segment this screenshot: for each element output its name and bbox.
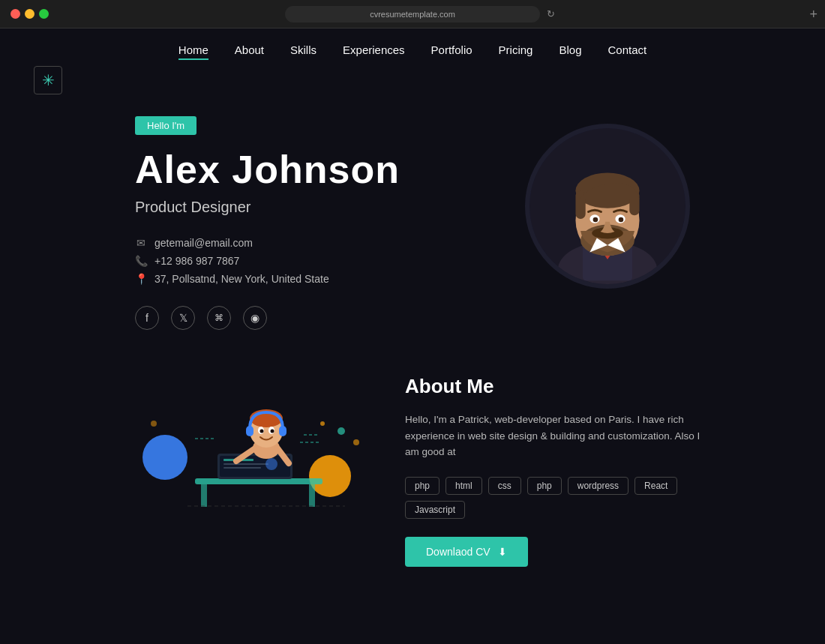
email-text: getemail@email.com xyxy=(154,237,253,249)
svg-point-39 xyxy=(338,427,345,435)
skill-php-1: php xyxy=(405,477,440,495)
skill-react: React xyxy=(634,477,677,495)
new-tab-button[interactable]: + xyxy=(809,7,818,21)
contact-address: 📍 37, Pollsatnd, New York, United State xyxy=(135,273,400,285)
svg-point-18 xyxy=(309,455,351,497)
github-icon: ⌘ xyxy=(214,313,224,323)
hero-title: Product Designer xyxy=(135,199,400,216)
about-section: About Me Hello, I'm a Patrick, web-devel… xyxy=(0,352,825,567)
skills-tags: php html css php wordpress React Javascr… xyxy=(405,477,705,519)
svg-rect-35 xyxy=(246,426,254,436)
svg-point-13 xyxy=(593,217,598,223)
hello-badge: Hello I'm xyxy=(135,116,196,135)
nav-portfolio[interactable]: Portfolio xyxy=(431,43,472,56)
hero-left: Hello I'm Alex Johnson Product Designer … xyxy=(135,116,400,330)
nav-blog[interactable]: Blog xyxy=(559,43,581,56)
skill-javascript: Javascript xyxy=(405,501,465,519)
svg-point-44 xyxy=(320,421,325,426)
contact-info: ✉ getemail@email.com 📞 +12 986 987 7867 … xyxy=(135,237,400,285)
svg-rect-25 xyxy=(224,463,268,465)
svg-point-34 xyxy=(271,430,274,433)
maximize-button[interactable] xyxy=(39,9,49,19)
phone-icon: 📞 xyxy=(135,255,147,267)
traffic-lights xyxy=(10,9,49,19)
svg-rect-36 xyxy=(279,426,286,436)
logo-icon: ✳ xyxy=(42,71,55,89)
nav-home[interactable]: Home xyxy=(178,43,208,56)
svg-point-40 xyxy=(353,439,359,445)
nav-pricing[interactable]: Pricing xyxy=(499,43,533,56)
twitter-icon: 𝕏 xyxy=(179,312,188,324)
about-illustration xyxy=(120,367,360,520)
skill-wordpress: wordpress xyxy=(568,477,628,495)
url-text: cvresumetemplate.com xyxy=(370,10,455,19)
about-right: About Me Hello, I'm a Patrick, web-devel… xyxy=(405,367,705,567)
twitter-link[interactable]: 𝕏 xyxy=(171,306,195,330)
svg-point-27 xyxy=(266,458,278,470)
facebook-icon: f xyxy=(146,312,148,324)
close-button[interactable] xyxy=(10,9,20,19)
skill-php-2: php xyxy=(527,477,562,495)
refresh-button[interactable]: ↻ xyxy=(547,8,555,19)
social-links: f 𝕏 ⌘ ◉ xyxy=(135,306,400,330)
skill-html: html xyxy=(446,477,482,495)
address-text: 37, Pollsatnd, New York, United State xyxy=(154,273,329,285)
logo-button[interactable]: ✳ xyxy=(34,66,62,94)
hero-section: Hello I'm Alex Johnson Product Designer … xyxy=(0,71,825,330)
dribbble-link[interactable]: ◉ xyxy=(243,306,267,330)
dribbble-icon: ◉ xyxy=(250,312,260,324)
email-icon: ✉ xyxy=(135,237,147,249)
address-bar[interactable]: cvresumetemplate.com xyxy=(285,6,540,22)
nav-about[interactable]: About xyxy=(235,43,264,56)
profile-photo xyxy=(525,124,690,289)
svg-rect-21 xyxy=(309,484,315,507)
about-text: Hello, I'm a Patrick, web-developer base… xyxy=(405,412,705,460)
contact-phone: 📞 +12 986 987 7867 xyxy=(135,255,400,267)
svg-rect-20 xyxy=(201,484,207,507)
svg-rect-26 xyxy=(224,467,261,469)
nav-skills[interactable]: Skills xyxy=(290,43,316,56)
about-title: About Me xyxy=(405,375,705,398)
facebook-link[interactable]: f xyxy=(135,306,159,330)
download-cv-button[interactable]: Downlaod CV ⬇ xyxy=(405,537,528,567)
svg-point-17 xyxy=(142,435,188,480)
window-chrome: cvresumetemplate.com ↻ + xyxy=(0,0,825,28)
location-icon: 📍 xyxy=(135,273,147,285)
svg-point-14 xyxy=(619,217,624,223)
svg-point-45 xyxy=(151,421,157,427)
nav-experiences[interactable]: Experiences xyxy=(343,43,405,56)
skill-css: css xyxy=(488,477,521,495)
main-content: ✳ Home About Skills Experiences Portfoli… xyxy=(0,28,825,644)
phone-text: +12 986 987 7867 xyxy=(154,255,239,267)
contact-email: ✉ getemail@email.com xyxy=(135,237,400,249)
minimize-button[interactable] xyxy=(25,9,34,19)
download-label: Downlaod CV xyxy=(426,546,490,558)
navbar: Home About Skills Experiences Portfolio … xyxy=(0,28,825,71)
github-link[interactable]: ⌘ xyxy=(207,306,231,330)
hero-name: Alex Johnson xyxy=(135,148,400,191)
svg-point-33 xyxy=(260,430,264,433)
download-icon: ⬇ xyxy=(498,546,507,558)
nav-contact[interactable]: Contact xyxy=(608,43,647,56)
svg-rect-19 xyxy=(195,478,322,484)
